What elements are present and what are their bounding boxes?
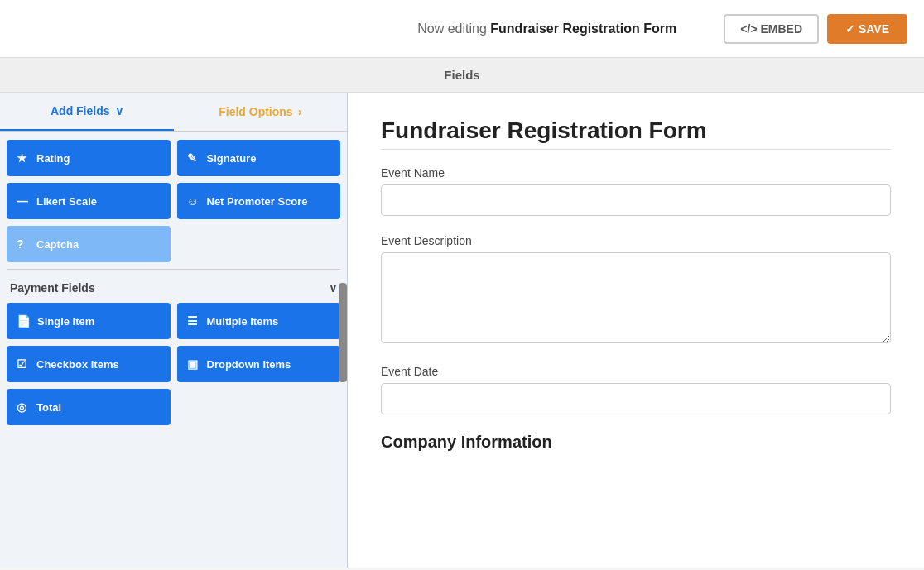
form-divider — [381, 149, 891, 150]
single-item-button[interactable]: 📄 Single Item — [7, 303, 171, 339]
main-layout: Add Fields ∨ Field Options › ★ Rating ✎ … — [0, 93, 924, 568]
event-description-label: Event Description — [381, 234, 891, 247]
chevron-down-icon: ∨ — [115, 104, 123, 117]
likert-label: Likert Scale — [36, 195, 97, 208]
tab-add-fields-label: Add Fields — [51, 104, 110, 117]
dropdown-icon: ▣ — [187, 357, 200, 371]
payment-field-grid: 📄 Single Item ☰ Multiple Items ☑ Checkbo… — [7, 303, 340, 382]
top-bar: Now editing Fundraiser Registration Form… — [0, 0, 924, 58]
scrollbar-thumb[interactable] — [339, 283, 347, 382]
checkbox-items-label: Checkbox Items — [36, 358, 119, 371]
tab-add-fields[interactable]: Add Fields ∨ — [0, 93, 174, 131]
signature-button[interactable]: ✎ Signature — [177, 140, 341, 176]
event-date-label: Event Date — [381, 365, 891, 378]
fields-header: Fields — [0, 58, 924, 93]
pen-icon: ✎ — [187, 151, 200, 165]
header-title: Now editing Fundraiser Registration Form — [370, 22, 724, 36]
event-name-input[interactable] — [381, 184, 891, 216]
list-icon: ☰ — [187, 314, 200, 328]
event-name-field: Event Name — [381, 166, 891, 216]
event-date-input[interactable] — [381, 383, 891, 414]
tab-field-options[interactable]: Field Options › — [174, 93, 348, 131]
rating-button[interactable]: ★ Rating — [7, 140, 171, 176]
dropdown-items-label: Dropdown Items — [207, 358, 291, 371]
sidebar: Add Fields ∨ Field Options › ★ Rating ✎ … — [0, 93, 348, 568]
chevron-right-icon: › — [298, 105, 302, 118]
likert-scale-button[interactable]: — Likert Scale — [7, 183, 171, 219]
field-grid-captcha: ? Captcha — [7, 226, 340, 262]
total-button[interactable]: ◎ Total — [7, 389, 171, 425]
event-description-input[interactable] — [381, 252, 891, 343]
signature-label: Signature — [207, 152, 257, 165]
fields-header-label: Fields — [444, 68, 479, 82]
event-name-label: Event Name — [381, 166, 891, 180]
multiple-items-label: Multiple Items — [207, 315, 279, 328]
captcha-label: Captcha — [36, 238, 79, 251]
form-title: Fundraiser Registration Form — [381, 117, 891, 144]
header-actions: </> EMBED ✓ SAVE — [724, 14, 907, 44]
smiley-icon: ☺ — [187, 194, 200, 208]
single-item-label: Single Item — [37, 315, 94, 328]
minus-icon: — — [17, 194, 30, 208]
chevron-down-icon: ∨ — [329, 281, 337, 295]
rating-label: Rating — [36, 152, 70, 165]
editing-text: Now editing — [417, 22, 487, 36]
payment-fields-section: Payment Fields ∨ — [7, 269, 340, 303]
star-icon: ★ — [17, 151, 30, 165]
sidebar-tabs: Add Fields ∨ Field Options › — [0, 93, 347, 132]
form-area: Fundraiser Registration Form Event Name … — [348, 93, 924, 568]
multiple-items-button[interactable]: ☰ Multiple Items — [177, 303, 341, 339]
checkbox-icon: ☑ — [17, 357, 30, 371]
question-icon: ? — [17, 237, 30, 251]
total-label: Total — [36, 401, 61, 414]
payment-fields-label: Payment Fields — [10, 281, 95, 295]
total-icon: ◎ — [17, 400, 30, 414]
dropdown-items-button[interactable]: ▣ Dropdown Items — [177, 346, 341, 382]
form-name: Fundraiser Registration Form — [490, 22, 676, 36]
field-grid-top: ★ Rating ✎ Signature — Likert Scale ☺ Ne… — [7, 140, 340, 219]
captcha-button[interactable]: ? Captcha — [7, 226, 171, 262]
event-date-field: Event Date — [381, 365, 891, 414]
tab-field-options-label: Field Options — [219, 105, 292, 118]
save-button[interactable]: ✓ SAVE — [827, 14, 907, 44]
sidebar-content: ★ Rating ✎ Signature — Likert Scale ☺ Ne… — [0, 132, 347, 440]
checkbox-items-button[interactable]: ☑ Checkbox Items — [7, 346, 171, 382]
embed-button[interactable]: </> EMBED — [724, 14, 819, 44]
event-description-field: Event Description — [381, 234, 891, 347]
nps-label: Net Promoter Score — [207, 195, 308, 208]
net-promoter-score-button[interactable]: ☺ Net Promoter Score — [177, 183, 341, 219]
file-icon: 📄 — [17, 314, 31, 328]
company-information-title: Company Information — [381, 433, 891, 452]
total-grid: ◎ Total — [7, 389, 340, 425]
